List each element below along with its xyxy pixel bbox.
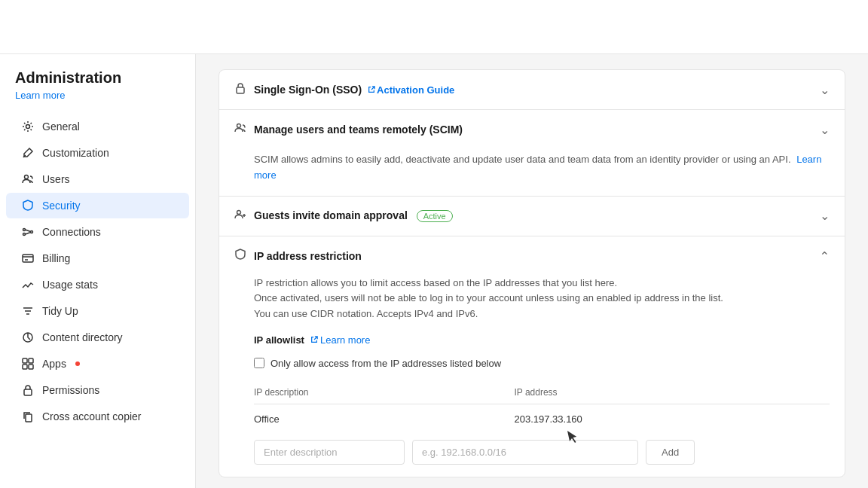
ip-checkbox-row: Only allow access from the IP addresses …	[234, 355, 830, 381]
sidebar-item-connections[interactable]: Connections	[6, 219, 189, 245]
sidebar-item-general[interactable]: General	[6, 114, 189, 139]
sidebar-item-label: Connections	[42, 226, 101, 238]
sidebar-item-usage-stats[interactable]: Usage stats	[6, 272, 189, 297]
ip-table-header-description: IP description	[254, 381, 514, 404]
sidebar-title: Administration	[0, 69, 195, 90]
ip-table-row: Office203.197.33.160	[254, 404, 830, 434]
tidy-icon	[21, 304, 35, 318]
sidebar-item-label: Customization	[42, 147, 109, 159]
ip-description-input[interactable]	[254, 440, 405, 465]
sidebar-item-tidy-up[interactable]: Tidy Up	[6, 298, 189, 324]
scim-body: SCIM allows admins to easily add, deacti…	[219, 149, 845, 196]
svg-rect-10	[29, 364, 33, 369]
svg-rect-13	[237, 87, 244, 93]
ip-allowlist-label: IP allowlist	[254, 334, 304, 346]
guests-chevron-icon: ⌄	[820, 209, 830, 223]
svg-rect-12	[26, 414, 32, 422]
sidebar-item-users[interactable]: Users	[6, 166, 189, 192]
apps-badge	[75, 361, 80, 366]
billing-icon	[21, 252, 35, 265]
sidebar-item-label: Permissions	[42, 384, 99, 396]
scim-users-icon	[234, 122, 246, 137]
ip-description: IP restriction allows you to limit acces…	[234, 276, 830, 322]
apps-icon	[21, 357, 35, 371]
guests-active-badge: Active	[417, 210, 453, 222]
svg-rect-9	[23, 364, 27, 369]
sidebar-item-label: Cross account copier	[42, 410, 142, 422]
sidebar-item-billing[interactable]: Billing	[6, 246, 189, 271]
ip-add-row: Add	[254, 440, 830, 465]
lock-icon	[21, 383, 35, 397]
ip-row-address: 203.197.33.160	[514, 404, 830, 434]
sidebar-item-cross-account-copier[interactable]: Cross account copier	[6, 404, 189, 429]
copy-icon	[21, 410, 35, 423]
sidebar-item-apps[interactable]: Apps	[6, 351, 189, 377]
svg-point-3	[23, 233, 26, 236]
scim-section-header[interactable]: Manage users and teams remotely (SCIM) ⌄	[219, 110, 845, 149]
directory-icon	[21, 331, 35, 344]
sidebar-item-label: Content directory	[42, 331, 123, 343]
svg-point-14	[237, 124, 241, 128]
users-icon	[21, 172, 35, 186]
ip-table-header-address: IP address	[514, 381, 830, 404]
sidebar-item-label: Tidy Up	[42, 305, 78, 317]
sso-section-header[interactable]: Single Sign-On (SSO) Activation Guide ⌄	[219, 70, 845, 109]
sso-title: Single Sign-On (SSO) Activation Guide	[254, 84, 454, 96]
sso-lock-icon	[234, 82, 246, 97]
scim-chevron-icon: ⌄	[820, 123, 830, 137]
sidebar-item-customization[interactable]: Customization	[6, 140, 189, 166]
sidebar: Administration Learn more General Custom…	[0, 54, 196, 488]
top-bar	[0, 0, 868, 54]
sidebar-item-label: General	[42, 120, 80, 133]
ip-shield-icon	[234, 249, 246, 264]
ip-restriction-section: IP address restriction ⌄ IP restriction …	[219, 236, 845, 477]
svg-point-15	[237, 210, 241, 214]
connections-icon	[21, 225, 35, 239]
brush-icon	[21, 146, 35, 160]
svg-point-2	[23, 229, 26, 231]
security-sections-card: Single Sign-On (SSO) Activation Guide ⌄	[219, 69, 845, 477]
guests-section-header[interactable]: Guests invite domain approval Active ⌄	[219, 197, 845, 236]
svg-point-1	[25, 175, 29, 179]
ip-restriction-body: IP restriction allows you to limit acces…	[219, 276, 845, 477]
scim-section: Manage users and teams remotely (SCIM) ⌄…	[219, 110, 845, 197]
ip-row-description: Office	[254, 404, 514, 434]
svg-point-4	[31, 231, 33, 233]
ip-add-button[interactable]: Add	[646, 440, 695, 465]
ip-restriction-section-header[interactable]: IP address restriction ⌄	[219, 236, 845, 276]
svg-rect-11	[24, 389, 32, 395]
sso-activation-link[interactable]: Activation Guide	[365, 84, 454, 96]
sidebar-item-label: Users	[42, 173, 70, 185]
sso-section: Single Sign-On (SSO) Activation Guide ⌄	[219, 70, 845, 110]
ip-address-input[interactable]	[412, 440, 638, 465]
sidebar-item-label: Billing	[42, 252, 70, 264]
guests-users-icon	[234, 209, 246, 224]
ip-restriction-chevron-icon: ⌄	[820, 249, 830, 263]
guests-section: Guests invite domain approval Active ⌄	[219, 197, 845, 236]
svg-rect-5	[23, 255, 33, 262]
ip-table: IP description IP address Office203.197.…	[254, 381, 830, 434]
sidebar-item-security[interactable]: Security	[6, 193, 189, 218]
settings-icon	[21, 120, 35, 133]
ip-checkbox-label[interactable]: Only allow access from the IP addresses …	[270, 358, 501, 369]
guests-title: Guests invite domain approval Active	[254, 209, 453, 222]
svg-point-0	[26, 125, 30, 129]
ip-restriction-title: IP address restriction	[254, 250, 362, 262]
sidebar-item-label: Usage stats	[42, 279, 98, 291]
sidebar-learn-more[interactable]: Learn more	[0, 90, 195, 113]
sidebar-item-label: Security	[42, 200, 81, 212]
sso-chevron-icon: ⌄	[820, 83, 830, 97]
ip-learn-more-link[interactable]: Learn more	[310, 334, 370, 346]
chart-icon	[21, 278, 35, 291]
sidebar-item-content-directory[interactable]: Content directory	[6, 325, 189, 350]
svg-rect-7	[23, 358, 27, 363]
sidebar-item-permissions[interactable]: Permissions	[6, 377, 189, 403]
scim-title: Manage users and teams remotely (SCIM)	[254, 124, 463, 136]
ip-restriction-checkbox[interactable]	[254, 358, 264, 368]
svg-rect-8	[29, 358, 33, 363]
sidebar-item-label: Apps	[42, 358, 66, 370]
shield-icon	[21, 199, 35, 212]
main-content: Single Sign-On (SSO) Activation Guide ⌄	[196, 54, 868, 488]
ip-allowlist-row: IP allowlist Learn more	[234, 331, 830, 355]
